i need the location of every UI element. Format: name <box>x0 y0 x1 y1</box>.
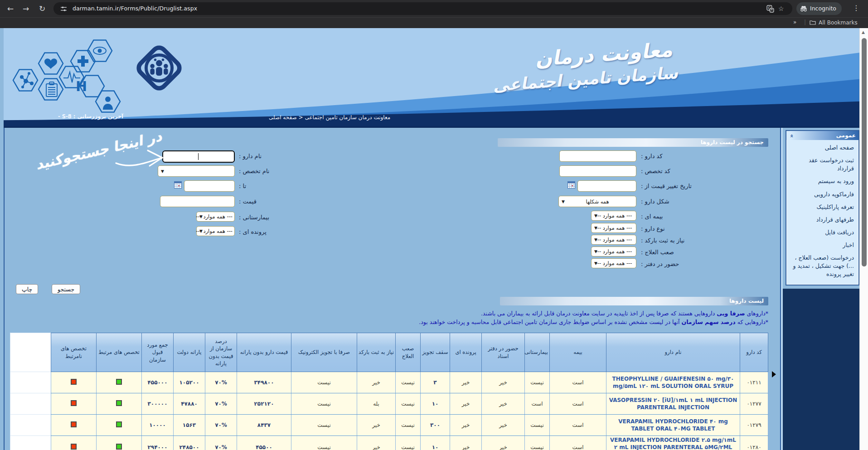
cell-unrelated-specialties <box>51 372 97 393</box>
cell-rx-cap: ۳ <box>421 372 450 393</box>
folder-icon <box>810 20 816 25</box>
cell-drug-code: ۰۱۲۸۰ <box>740 436 768 450</box>
hard-to-treat-label: صعب العلاج : <box>641 247 674 258</box>
related-specialties-indicator[interactable] <box>116 444 122 450</box>
sidebar-item[interactable]: دریافت فایل <box>791 228 854 237</box>
table-row: ۰۱۲۸۰ VERAPAMIL HYDROCHLORIDE ۲.۵ mg/۱mL… <box>10 436 768 450</box>
unrelated-specialties-indicator[interactable] <box>71 444 77 450</box>
bookmarks-overflow-icon[interactable]: » <box>793 19 796 25</box>
cell-drug-code: ۰۱۲۱۱ <box>740 372 768 393</box>
browser-menu-icon[interactable]: ⋮ <box>853 4 860 12</box>
cell-insurance: است <box>550 372 606 393</box>
cell-drug-name: THEOPHYLLINE / GUAIFENESIN ۵۰ mg/۳۰ mg/۵… <box>606 372 740 393</box>
sidebar-item[interactable]: اخبار <box>791 241 854 249</box>
search-button[interactable]: جستجو <box>52 284 80 294</box>
specialty-name-label: نام تخصص : <box>239 165 269 177</box>
sidebar-item[interactable]: تعرفه پاراکلینیک <box>791 203 854 211</box>
tamin-logo <box>135 38 183 98</box>
cell-related-specialties <box>97 393 142 415</box>
unrelated-specialties-indicator[interactable] <box>71 400 77 406</box>
site-header: H معاونت درمان سازمان تامین اجتماعی معاو… <box>4 28 859 128</box>
cell-hard-to-treat: نیست <box>396 436 421 450</box>
cell-insurance: است <box>550 436 606 450</box>
sidebar-title: عمومی <box>836 132 856 139</box>
related-specialties-indicator[interactable] <box>116 421 122 427</box>
cell-related-specialties <box>97 372 142 393</box>
frame-expand-arrow-icon[interactable] <box>772 371 776 377</box>
office-presence-select[interactable]: ▼--- همه موارد --- <box>591 258 636 268</box>
col-related-specialties: تخصص های مرتبط <box>97 333 142 372</box>
cell-related-specialties <box>97 436 142 450</box>
office-presence-label: حضور در دفتر : <box>641 258 679 270</box>
drug-table: کد دارو نام دارو بیمه بیمارستانی حضور در… <box>10 333 768 450</box>
text-cursor <box>198 153 199 160</box>
site-settings-icon[interactable] <box>60 5 68 13</box>
main-content: جستجو در لیست داروها کد دارو : کد تخصص :… <box>4 128 781 450</box>
unrelated-specialties-indicator[interactable] <box>71 421 77 427</box>
address-bar[interactable]: darman.tamin.ir/Forms/Public/Druglist.as… <box>53 2 792 15</box>
file-based-select[interactable]: ▼--- همه موارد --- <box>196 226 235 236</box>
cell-price-no-subsidy: ۳۴۹۸۰۰ <box>237 372 291 393</box>
drug-name-label: نام دارو : <box>239 150 262 162</box>
cell-drug-name: VERAPAMIL HYDROCHLORIDE ۲.۵ mg/۱mL ۲ mL … <box>606 436 740 450</box>
page-scrollbar[interactable]: ▲ <box>859 28 868 450</box>
all-bookmarks-button[interactable]: All Bookmarks <box>819 19 858 26</box>
price-input[interactable] <box>160 196 235 207</box>
sidebar-item[interactable]: ورود به سیستم <box>791 177 854 185</box>
hard-to-treat-select[interactable]: ▼--- همه موارد --- <box>591 247 636 256</box>
url-text[interactable]: darman.tamin.ir/Forms/Public/Druglist.as… <box>73 5 197 12</box>
scrollbar-thumb[interactable] <box>862 38 867 266</box>
sidebar-item[interactable]: درخواست (صعب العلاج ، ...) جهت تشکیل ، ت… <box>791 254 854 278</box>
back-button[interactable]: ← <box>5 3 16 15</box>
table-row: ۰۱۲۷۹ VERAPAMIL HYDROCHLORIDE ۴۰ mg TABL… <box>10 415 768 436</box>
collapse-icon[interactable]: » <box>787 134 796 138</box>
sidebar-footer-panel <box>783 289 859 450</box>
cell-hospital: نیست <box>525 415 550 436</box>
col-gov-subsidy: یارانه دولت <box>174 333 205 372</box>
cell-org-percent: ۷۰% <box>205 415 237 436</box>
print-button[interactable]: چاپ <box>16 284 38 294</box>
incognito-badge: Incognito <box>796 2 842 15</box>
druglist-note-1: *داروهای صرفا وبی داروهایی هستند که صرفا… <box>481 310 768 317</box>
col-office-presence: حضور در دفتر اسناد <box>482 333 525 372</box>
reload-button[interactable]: ↻ <box>36 3 48 15</box>
cell-org-percent: ۷۰% <box>205 393 237 415</box>
table-body: ۰۱۲۱۱ THEOPHYLLINE / GUAIFENESIN ۵۰ mg/۳… <box>10 372 768 450</box>
cell-gov-subsidy: ۱۰۵۲۰۰ <box>174 372 205 393</box>
price-label: قیمت : <box>239 196 257 208</box>
calendar-icon[interactable] <box>174 181 182 189</box>
search-section-header: جستجو در لیست داروها <box>498 138 768 147</box>
cell-hard-to-treat: نیست <box>396 393 421 415</box>
cell-gov-subsidy: ۴۷۸۸۰ <box>174 393 205 415</box>
sidebar-header[interactable]: عمومی » <box>786 131 858 140</box>
sidebar-item[interactable]: ثبت درخواست عقد قرارداد <box>791 156 854 173</box>
cell-office-presence: خیر <box>482 393 525 415</box>
sidebar-item[interactable]: طرفهای قرارداد <box>791 216 854 224</box>
col-rx-cap: سقف تجویز <box>421 333 450 372</box>
forward-button[interactable]: → <box>20 3 32 15</box>
cell-price-no-subsidy: ۲۵۲۱۲۰ <box>237 393 291 415</box>
office-presence-value: --- همه موارد --- <box>593 260 634 266</box>
unrelated-specialties-indicator[interactable] <box>71 379 77 385</box>
hospital-select[interactable]: ▼--- همه موارد --- <box>196 212 235 222</box>
to-date-input[interactable] <box>184 180 235 192</box>
cell-rx-cap: ۱۰ <box>421 393 450 415</box>
cell-electronic-rx: نیست <box>291 372 357 393</box>
bookmark-star-icon[interactable]: ☆ <box>778 5 786 13</box>
cell-rx-cap: ۳۰۰ <box>421 415 450 436</box>
related-specialties-indicator[interactable] <box>116 400 122 406</box>
svg-text:H: H <box>76 78 87 94</box>
cell-drug-code: ۰۱۲۷۷ <box>740 393 768 415</box>
cell-hospital: نیست <box>525 436 550 450</box>
related-specialties-indicator[interactable] <box>116 379 122 385</box>
translate-icon[interactable]: G <box>766 5 774 13</box>
sidebar-item[interactable]: فارماکوپه دارویی <box>791 190 854 198</box>
col-accepted-total: جمع مورد قبول سازمان <box>142 333 174 372</box>
col-empty <box>10 333 51 372</box>
breadcrumb: معاونت درمان سازمان تامین اجتماعی < صفحه… <box>269 114 390 121</box>
table-row: ۰۱۲۱۱ THEOPHYLLINE / GUAIFENESIN ۵۰ mg/۳… <box>10 372 768 393</box>
cell-accepted-total: ۲۹۴۰۰۰ <box>142 436 174 450</box>
scrollbar-up-icon[interactable]: ▲ <box>862 30 865 34</box>
col-file-based: پرونده ای <box>450 333 482 372</box>
sidebar-item[interactable]: صفحه اصلی <box>791 144 854 152</box>
